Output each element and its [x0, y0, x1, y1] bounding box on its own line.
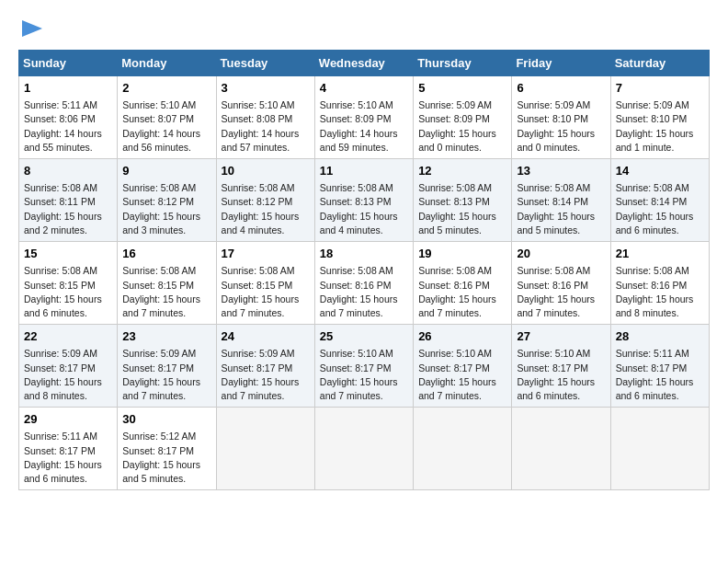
- calendar-cell: 25Sunrise: 5:10 AM Sunset: 8:17 PM Dayli…: [314, 325, 413, 408]
- day-header-wednesday: Wednesday: [314, 51, 413, 76]
- day-number: 17: [222, 246, 310, 262]
- day-number: 25: [320, 328, 408, 345]
- day-info: Sunrise: 5:08 AM Sunset: 8:11 PM Dayligh…: [24, 181, 112, 237]
- day-info: Sunrise: 5:09 AM Sunset: 8:17 PM Dayligh…: [122, 347, 210, 403]
- calendar-cell: [314, 408, 413, 490]
- day-number: 10: [222, 163, 310, 179]
- calendar-cell: 13Sunrise: 5:08 AM Sunset: 8:14 PM Dayli…: [512, 159, 610, 242]
- calendar-cell: 5Sunrise: 5:09 AM Sunset: 8:09 PM Daylig…: [414, 76, 512, 159]
- day-number: 9: [122, 163, 210, 179]
- calendar-cell: 1Sunrise: 5:11 AM Sunset: 8:06 PM Daylig…: [19, 76, 118, 159]
- calendar-cell: 8Sunrise: 5:08 AM Sunset: 8:11 PM Daylig…: [19, 159, 118, 242]
- day-number: 21: [616, 246, 704, 262]
- day-info: Sunrise: 5:12 AM Sunset: 8:17 PM Dayligh…: [122, 430, 210, 486]
- day-info: Sunrise: 5:08 AM Sunset: 8:16 PM Dayligh…: [418, 264, 506, 320]
- calendar-cell: 21Sunrise: 5:08 AM Sunset: 8:16 PM Dayli…: [610, 242, 709, 325]
- day-number: 8: [24, 163, 112, 179]
- calendar-cell: [216, 408, 314, 490]
- calendar-cell: 20Sunrise: 5:08 AM Sunset: 8:16 PM Dayli…: [512, 242, 610, 325]
- day-number: 2: [122, 80, 210, 97]
- calendar-cell: 6Sunrise: 5:09 AM Sunset: 8:10 PM Daylig…: [512, 76, 610, 159]
- day-number: 20: [517, 246, 605, 262]
- calendar-cell: 10Sunrise: 5:08 AM Sunset: 8:12 PM Dayli…: [216, 159, 314, 242]
- svg-marker-0: [22, 20, 42, 37]
- day-number: 11: [320, 163, 408, 179]
- day-info: Sunrise: 5:11 AM Sunset: 8:17 PM Dayligh…: [24, 430, 112, 486]
- calendar-cell: 24Sunrise: 5:09 AM Sunset: 8:17 PM Dayli…: [216, 325, 314, 408]
- calendar-cell: 16Sunrise: 5:08 AM Sunset: 8:15 PM Dayli…: [118, 242, 216, 325]
- calendar-cell: 12Sunrise: 5:08 AM Sunset: 8:13 PM Dayli…: [414, 159, 512, 242]
- day-info: Sunrise: 5:08 AM Sunset: 8:15 PM Dayligh…: [122, 264, 210, 320]
- day-info: Sunrise: 5:08 AM Sunset: 8:15 PM Dayligh…: [24, 264, 112, 320]
- day-number: 19: [418, 246, 506, 262]
- calendar-cell: 19Sunrise: 5:08 AM Sunset: 8:16 PM Dayli…: [414, 242, 512, 325]
- calendar-table: SundayMondayTuesdayWednesdayThursdayFrid…: [18, 50, 710, 490]
- day-info: Sunrise: 5:08 AM Sunset: 8:16 PM Dayligh…: [616, 264, 704, 320]
- day-number: 7: [616, 80, 704, 97]
- calendar-cell: [414, 408, 512, 490]
- calendar-cell: 17Sunrise: 5:08 AM Sunset: 8:15 PM Dayli…: [216, 242, 314, 325]
- calendar-week-row: 8Sunrise: 5:08 AM Sunset: 8:11 PM Daylig…: [19, 159, 710, 242]
- day-number: 6: [517, 80, 605, 97]
- calendar-cell: 23Sunrise: 5:09 AM Sunset: 8:17 PM Dayli…: [118, 325, 216, 408]
- day-info: Sunrise: 5:10 AM Sunset: 8:17 PM Dayligh…: [418, 347, 506, 403]
- day-info: Sunrise: 5:08 AM Sunset: 8:13 PM Dayligh…: [418, 181, 506, 237]
- day-number: 12: [418, 163, 506, 179]
- logo-arrow-icon: [22, 20, 42, 37]
- day-number: 3: [222, 80, 310, 97]
- calendar-header-row: SundayMondayTuesdayWednesdayThursdayFrid…: [19, 51, 710, 76]
- day-header-friday: Friday: [512, 51, 610, 76]
- calendar-cell: 7Sunrise: 5:09 AM Sunset: 8:10 PM Daylig…: [610, 76, 709, 159]
- day-info: Sunrise: 5:08 AM Sunset: 8:16 PM Dayligh…: [320, 264, 408, 320]
- calendar-cell: 27Sunrise: 5:10 AM Sunset: 8:17 PM Dayli…: [512, 325, 610, 408]
- day-number: 15: [24, 246, 112, 262]
- calendar-week-row: 29Sunrise: 5:11 AM Sunset: 8:17 PM Dayli…: [19, 408, 710, 490]
- day-info: Sunrise: 5:09 AM Sunset: 8:10 PM Dayligh…: [517, 98, 605, 155]
- calendar-cell: 15Sunrise: 5:08 AM Sunset: 8:15 PM Dayli…: [19, 242, 118, 325]
- calendar-cell: [610, 408, 709, 490]
- day-number: 27: [517, 328, 605, 345]
- day-info: Sunrise: 5:08 AM Sunset: 8:16 PM Dayligh…: [517, 264, 605, 320]
- day-number: 28: [616, 328, 704, 345]
- day-number: 4: [320, 80, 408, 97]
- calendar-cell: 26Sunrise: 5:10 AM Sunset: 8:17 PM Dayli…: [414, 325, 512, 408]
- day-info: Sunrise: 5:11 AM Sunset: 8:17 PM Dayligh…: [616, 347, 704, 403]
- day-number: 14: [616, 163, 704, 179]
- day-number: 30: [122, 411, 210, 428]
- day-number: 22: [24, 328, 112, 345]
- day-number: 13: [517, 163, 605, 179]
- day-number: 18: [320, 246, 408, 262]
- calendar-cell: 4Sunrise: 5:10 AM Sunset: 8:09 PM Daylig…: [314, 76, 413, 159]
- calendar-cell: 9Sunrise: 5:08 AM Sunset: 8:12 PM Daylig…: [118, 159, 216, 242]
- day-number: 24: [222, 328, 310, 345]
- day-info: Sunrise: 5:09 AM Sunset: 8:17 PM Dayligh…: [24, 347, 112, 403]
- day-header-thursday: Thursday: [414, 51, 512, 76]
- day-header-sunday: Sunday: [19, 51, 118, 76]
- calendar-cell: 22Sunrise: 5:09 AM Sunset: 8:17 PM Dayli…: [19, 325, 118, 408]
- day-info: Sunrise: 5:08 AM Sunset: 8:13 PM Dayligh…: [320, 181, 408, 237]
- calendar-cell: 18Sunrise: 5:08 AM Sunset: 8:16 PM Dayli…: [314, 242, 413, 325]
- day-info: Sunrise: 5:09 AM Sunset: 8:17 PM Dayligh…: [222, 347, 310, 403]
- day-info: Sunrise: 5:09 AM Sunset: 8:09 PM Dayligh…: [418, 98, 506, 155]
- calendar-week-row: 15Sunrise: 5:08 AM Sunset: 8:15 PM Dayli…: [19, 242, 710, 325]
- calendar-cell: 2Sunrise: 5:10 AM Sunset: 8:07 PM Daylig…: [118, 76, 216, 159]
- day-info: Sunrise: 5:11 AM Sunset: 8:06 PM Dayligh…: [24, 98, 112, 155]
- calendar-cell: [512, 408, 610, 490]
- page-header: [18, 18, 710, 40]
- calendar-week-row: 1Sunrise: 5:11 AM Sunset: 8:06 PM Daylig…: [19, 76, 710, 159]
- day-header-saturday: Saturday: [610, 51, 709, 76]
- day-header-tuesday: Tuesday: [216, 51, 314, 76]
- day-number: 23: [122, 328, 210, 345]
- calendar-cell: 29Sunrise: 5:11 AM Sunset: 8:17 PM Dayli…: [19, 408, 118, 490]
- day-info: Sunrise: 5:08 AM Sunset: 8:14 PM Dayligh…: [517, 181, 605, 237]
- calendar-cell: 3Sunrise: 5:10 AM Sunset: 8:08 PM Daylig…: [216, 76, 314, 159]
- day-number: 5: [418, 80, 506, 97]
- day-number: 26: [418, 328, 506, 345]
- day-info: Sunrise: 5:08 AM Sunset: 8:14 PM Dayligh…: [616, 181, 704, 237]
- day-info: Sunrise: 5:10 AM Sunset: 8:09 PM Dayligh…: [320, 98, 408, 155]
- calendar-cell: 28Sunrise: 5:11 AM Sunset: 8:17 PM Dayli…: [610, 325, 709, 408]
- day-info: Sunrise: 5:08 AM Sunset: 8:15 PM Dayligh…: [222, 264, 310, 320]
- day-info: Sunrise: 5:10 AM Sunset: 8:17 PM Dayligh…: [320, 347, 408, 403]
- day-number: 16: [122, 246, 210, 262]
- day-info: Sunrise: 5:08 AM Sunset: 8:12 PM Dayligh…: [122, 181, 210, 237]
